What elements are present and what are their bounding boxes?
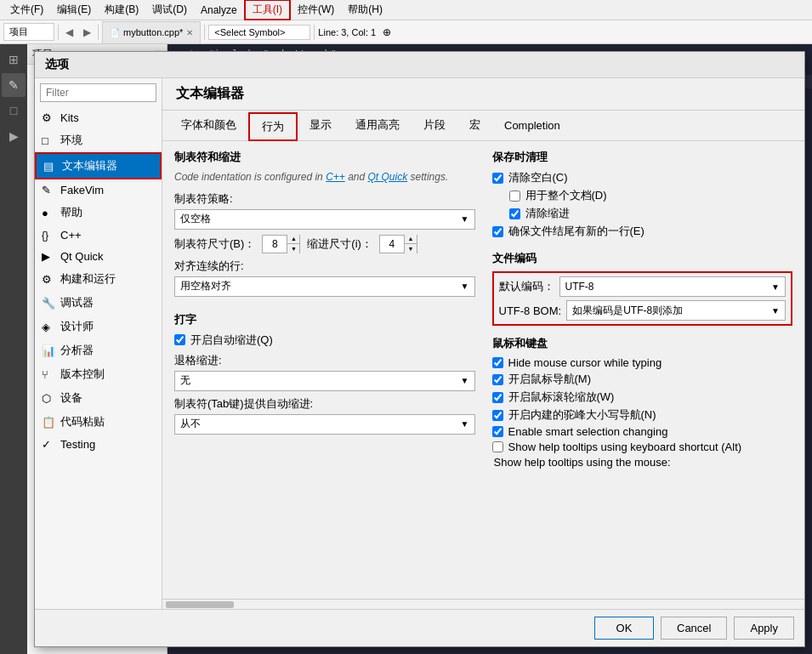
menu-edit[interactable]: 编辑(E): [50, 1, 98, 19]
tab-snippets[interactable]: 片段: [412, 111, 457, 141]
file-tab-active[interactable]: 📄 mybutton.cpp* ✕: [102, 21, 201, 43]
debugger-label: 调试器: [60, 295, 94, 310]
scrollbar-thumb-h[interactable]: [166, 601, 234, 608]
nav-item-cpp[interactable]: {} C++: [35, 225, 162, 246]
indent-size-down[interactable]: ▼: [405, 244, 417, 253]
camel-nav-checkbox[interactable]: [492, 410, 503, 421]
toolbar-plus[interactable]: ⊕: [379, 25, 395, 40]
tab-completion[interactable]: Completion: [492, 111, 572, 141]
sidebar-icon-debug[interactable]: ▶: [2, 124, 26, 148]
entire-doc-row: 用于整个文档(D): [492, 188, 793, 203]
backspace-select[interactable]: 无 ▼: [174, 371, 475, 391]
nav-item-build-run[interactable]: ⚙ 构建和运行: [35, 267, 162, 291]
backspace-arrow: ▼: [461, 376, 469, 385]
nav-item-testing[interactable]: ✓ Testing: [35, 434, 162, 455]
clean-indent-checkbox[interactable]: [509, 208, 520, 219]
align-cont-select[interactable]: 用空格对齐 ▼: [174, 276, 475, 297]
mouse-keyboard-title: 鼠标和键盘: [492, 336, 793, 351]
nav-item-analyzer[interactable]: 📊 分析器: [35, 338, 162, 362]
sidebar-icon-welcome[interactable]: ⊞: [2, 48, 26, 71]
nav-item-fakevim[interactable]: ✎ FakeVim: [35, 179, 162, 201]
cpp-link[interactable]: C++: [326, 171, 345, 183]
indent-size-up[interactable]: ▲: [405, 235, 417, 244]
nav-item-designer[interactable]: ◈ 设计师: [35, 315, 162, 338]
tab-generic-highlight[interactable]: 通用高亮: [344, 111, 412, 141]
fakevim-label: FakeVim: [60, 184, 104, 196]
nav-item-kits[interactable]: ⚙ Kits: [35, 107, 162, 128]
tab-content: 制表符和缩进 Code indentation is configured in…: [162, 141, 804, 599]
default-encoding-select[interactable]: UTF-8 ▼: [559, 276, 786, 297]
indent-size-spinbox[interactable]: ▲ ▼: [379, 235, 417, 253]
tab-size-down[interactable]: ▼: [287, 244, 299, 253]
apply-button[interactable]: Apply: [734, 617, 794, 640]
content-scrollbar-h[interactable]: [162, 599, 804, 609]
menu-analyze[interactable]: Analyze: [194, 3, 244, 18]
file-encoding-title: 文件编码: [492, 251, 793, 266]
config-note: Code indentation is configured in C++ an…: [174, 170, 475, 185]
toolbar-nav-back[interactable]: ◀: [62, 25, 77, 40]
nav-item-help[interactable]: ● 帮助: [35, 201, 162, 225]
entire-doc-checkbox[interactable]: [509, 191, 520, 202]
tab-display[interactable]: 显示: [298, 111, 344, 141]
menu-build[interactable]: 构建(B): [98, 1, 145, 19]
nav-item-code-paste[interactable]: 📋 代码粘贴: [35, 410, 162, 434]
scroll-zoom-checkbox[interactable]: [492, 392, 503, 403]
default-encoding-value: UTF-8: [565, 281, 594, 293]
ok-button[interactable]: OK: [594, 617, 654, 640]
tooltip-keyboard-label: Show help tooltips using keyboard shortc…: [508, 441, 742, 453]
utf8bom-select[interactable]: 如果编码是UTF-8则添加 ▼: [566, 300, 786, 321]
tab-size-spinbox[interactable]: ▲ ▼: [262, 235, 300, 253]
scroll-nav-checkbox[interactable]: [492, 374, 503, 385]
project-label: 项目: [3, 23, 54, 41]
menubar: 文件(F) 编辑(E) 构建(B) 调试(D) Analyze 工具(I) 控件…: [0, 0, 812, 20]
align-cont-value: 用空格对齐: [180, 279, 231, 293]
dialog-title: 选项: [35, 52, 804, 78]
nav-item-qt-quick[interactable]: ▶ Qt Quick: [35, 246, 162, 267]
tab-fonts[interactable]: 字体和颜色: [169, 111, 248, 141]
nav-item-devices[interactable]: ⬡ 设备: [35, 386, 162, 410]
nav-item-vcs[interactable]: ⑂ 版本控制: [35, 362, 162, 386]
tab-auto-indent-select[interactable]: 从不 ▼: [174, 414, 475, 435]
tooltip-keyboard-checkbox[interactable]: [492, 441, 503, 452]
tab-macros[interactable]: 宏: [457, 111, 492, 141]
tab-size-up[interactable]: ▲: [287, 235, 299, 244]
menu-tools[interactable]: 工具(I): [244, 0, 291, 20]
hide-cursor-row: Hide mouse cursor while typing: [492, 356, 793, 369]
symbol-selector[interactable]: <Select Symbol>: [208, 25, 310, 40]
vcs-icon: ⑂: [42, 368, 55, 381]
tab-policy-select[interactable]: 仅空格 ▼: [174, 209, 475, 230]
qt-quick-label: Qt Quick: [60, 250, 104, 263]
sidebar-icon-design[interactable]: □: [2, 99, 26, 122]
auto-indent-row: 开启自动缩进(Q): [174, 333, 475, 348]
menu-file[interactable]: 文件(F): [3, 1, 50, 19]
kits-label: Kits: [60, 111, 79, 124]
nav-item-env[interactable]: □ 环境: [35, 128, 162, 152]
hide-cursor-checkbox[interactable]: [492, 357, 503, 368]
nav-item-debugger[interactable]: 🔧 调试器: [35, 291, 162, 315]
indent-size-input[interactable]: [380, 238, 404, 250]
menu-controls[interactable]: 控件(W): [291, 1, 341, 19]
qt-quick-icon: ▶: [42, 250, 55, 263]
toolbar-nav-fwd[interactable]: ▶: [80, 25, 94, 40]
utf8bom-arrow: ▼: [771, 306, 780, 316]
filter-input[interactable]: [40, 83, 156, 102]
tab-behavior[interactable]: 行为: [248, 112, 298, 141]
tab-size-row: 制表符尺寸(B)： ▲ ▼ 缩进尺寸(i)：: [174, 235, 475, 253]
smart-selection-checkbox[interactable]: [492, 426, 503, 437]
build-run-label: 构建和运行: [60, 271, 116, 287]
tab-close-btn[interactable]: ✕: [186, 28, 193, 37]
auto-indent-checkbox[interactable]: [174, 334, 185, 345]
sidebar-icon-edit[interactable]: ✎: [2, 73, 26, 97]
tab-size-input[interactable]: [263, 238, 287, 250]
qt-quick-link[interactable]: Qt Quick: [368, 171, 408, 183]
clean-whitespace-checkbox[interactable]: [492, 173, 503, 184]
cancel-button[interactable]: Cancel: [661, 617, 727, 640]
scroll-nav-row: 开启鼠标导航(M): [492, 372, 793, 387]
menu-debug[interactable]: 调试(D): [145, 1, 194, 19]
hide-cursor-label: Hide mouse cursor while typing: [508, 356, 662, 369]
mouse-keyboard-section: 鼠标和键盘 Hide mouse cursor while typing 开启鼠…: [492, 336, 793, 471]
nav-item-text-editor[interactable]: ▤ 文本编辑器: [35, 152, 162, 179]
ensure-newline-checkbox[interactable]: [492, 226, 503, 237]
tab-size-label: 制表符尺寸(B)：: [174, 236, 255, 252]
menu-help[interactable]: 帮助(H): [341, 1, 389, 19]
